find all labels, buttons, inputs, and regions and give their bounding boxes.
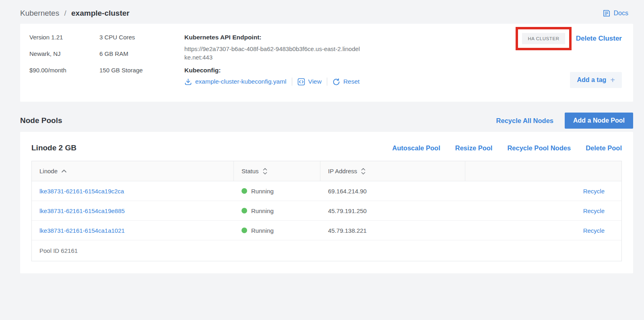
status-running-dot xyxy=(242,188,247,194)
node-link[interactable]: lke38731-62161-6154ca1a1021 xyxy=(39,227,125,234)
column-label: Status xyxy=(242,168,259,174)
reset-label: Reset xyxy=(343,78,360,85)
pool-id-label: Pool ID 62161 xyxy=(39,247,78,254)
cluster-version: Version 1.21 xyxy=(29,34,99,41)
cluster-cpu: 3 CPU Cores xyxy=(99,34,184,41)
node-row: lke38731-62161-6154ca19e885 Running 45.7… xyxy=(32,201,621,221)
node-row: lke38731-62161-6154ca19c2ca Running 69.1… xyxy=(32,181,621,201)
pool-id-footer: Pool ID 62161 xyxy=(32,240,621,261)
recycle-node-button[interactable]: Recycle xyxy=(583,207,605,214)
badge-and-delete-row: HA CLUSTER Delete Cluster xyxy=(374,27,622,50)
reset-icon xyxy=(332,78,340,86)
recycle-node-button[interactable]: Recycle xyxy=(583,227,605,234)
sort-asc-icon xyxy=(61,169,67,173)
status-running-dot xyxy=(242,228,247,233)
cluster-summary-card: Version 1.21 Newark, NJ $90.00/month 3 C… xyxy=(20,24,633,102)
autoscale-pool-button[interactable]: Autoscale Pool xyxy=(392,144,440,152)
node-link[interactable]: lke38731-62161-6154ca19c2ca xyxy=(39,188,124,195)
pool-action-links: Autoscale Pool Resize Pool Recycle Pool … xyxy=(392,144,622,152)
node-row: lke38731-62161-6154ca1a1021 Running 45.7… xyxy=(32,221,621,240)
docs-label: Docs xyxy=(614,10,628,17)
column-label: IP Address xyxy=(328,168,357,174)
cluster-region: Newark, NJ xyxy=(29,50,99,57)
view-label: View xyxy=(308,78,322,85)
kubeconfig-view-link[interactable]: View xyxy=(297,78,322,86)
breadcrumb: Kubernetes / example-cluster xyxy=(20,9,130,18)
node-link[interactable]: lke38731-62161-6154ca19e885 xyxy=(39,207,125,214)
resize-pool-button[interactable]: Resize Pool xyxy=(455,144,493,152)
recycle-all-nodes-button[interactable]: Recycle All Nodes xyxy=(496,117,553,125)
api-endpoint-url: https://9e2a7307-b6ac-408f-ba62-9483b0b3… xyxy=(184,45,361,62)
kubernetes-cluster-page: Kubernetes / example-cluster Docs Versio… xyxy=(0,0,644,273)
column-label: Linode xyxy=(39,168,58,174)
kubeconfig-filename: example-cluster-kubeconfig.yaml xyxy=(195,78,287,85)
code-icon xyxy=(297,78,305,86)
pool-header: Linode 2 GB Autoscale Pool Resize Pool R… xyxy=(31,144,622,152)
cluster-storage: 150 GB Storage xyxy=(99,67,184,74)
plus-icon: + xyxy=(610,76,615,85)
status-label: Running xyxy=(251,188,274,195)
divider xyxy=(327,78,327,86)
recycle-pool-nodes-button[interactable]: Recycle Pool Nodes xyxy=(507,144,571,152)
node-ip: 45.79.191.250 xyxy=(320,201,465,220)
sort-both-icon xyxy=(262,168,268,175)
endpoint-column: Kubernetes API Endpoint: https://9e2a730… xyxy=(184,34,374,92)
status-label: Running xyxy=(251,207,274,214)
node-ip: 69.164.214.90 xyxy=(320,181,465,201)
breadcrumb-separator: / xyxy=(64,9,66,17)
cluster-specs-column-1: Version 1.21 Newark, NJ $90.00/month xyxy=(29,34,99,92)
divider xyxy=(292,78,292,86)
status-running-dot xyxy=(242,208,247,213)
annotation-highlight-box: HA CLUSTER xyxy=(516,27,571,50)
add-node-pool-button[interactable]: Add a Node Pool xyxy=(565,113,633,129)
column-header-ip-address[interactable]: IP Address xyxy=(320,161,465,181)
pool-name: Linode 2 GB xyxy=(31,144,76,152)
status-label: Running xyxy=(251,227,274,234)
cluster-specs-column-2: 3 CPU Cores 6 GB RAM 150 GB Storage xyxy=(99,34,184,92)
api-endpoint-label: Kubernetes API Endpoint: xyxy=(184,34,374,41)
table-header: Linode Status xyxy=(32,161,621,181)
delete-pool-button[interactable]: Delete Pool xyxy=(586,144,622,152)
docs-link[interactable]: Docs xyxy=(603,9,628,17)
column-header-linode[interactable]: Linode xyxy=(32,161,234,181)
cluster-price: $90.00/month xyxy=(29,67,99,74)
delete-cluster-button[interactable]: Delete Cluster xyxy=(576,35,622,43)
add-tag-button[interactable]: Add a tag + xyxy=(570,72,622,88)
cluster-ram: 6 GB RAM xyxy=(99,50,184,57)
kubeconfig-actions: example-cluster-kubeconfig.yaml View xyxy=(184,78,374,86)
ha-cluster-badge: HA CLUSTER xyxy=(522,33,565,44)
node-pools-actions: Recycle All Nodes Add a Node Pool xyxy=(496,113,633,129)
summary-right-column: HA CLUSTER Delete Cluster Add a tag + xyxy=(374,34,622,92)
node-pools-bar: Node Pools Recycle All Nodes Add a Node … xyxy=(20,113,633,129)
topbar: Kubernetes / example-cluster Docs xyxy=(20,0,633,18)
node-ip: 45.79.138.221 xyxy=(320,221,465,240)
kubeconfig-label: Kubeconfig: xyxy=(184,67,374,74)
column-header-status[interactable]: Status xyxy=(234,161,320,181)
column-header-actions xyxy=(465,161,621,181)
recycle-node-button[interactable]: Recycle xyxy=(583,188,605,195)
docs-icon xyxy=(603,9,611,17)
breadcrumb-kubernetes-link[interactable]: Kubernetes xyxy=(20,9,59,17)
kubeconfig-download-link[interactable]: example-cluster-kubeconfig.yaml xyxy=(184,78,287,86)
sort-both-icon xyxy=(361,168,366,175)
breadcrumb-current-cluster: example-cluster xyxy=(71,9,130,17)
download-icon xyxy=(184,78,192,86)
node-pools-title: Node Pools xyxy=(20,116,62,125)
add-tag-label: Add a tag xyxy=(577,76,606,84)
kubeconfig-reset-link[interactable]: Reset xyxy=(332,78,360,86)
node-pool-card: Linode 2 GB Autoscale Pool Resize Pool R… xyxy=(20,132,633,273)
nodes-table: Linode Status xyxy=(31,161,622,261)
